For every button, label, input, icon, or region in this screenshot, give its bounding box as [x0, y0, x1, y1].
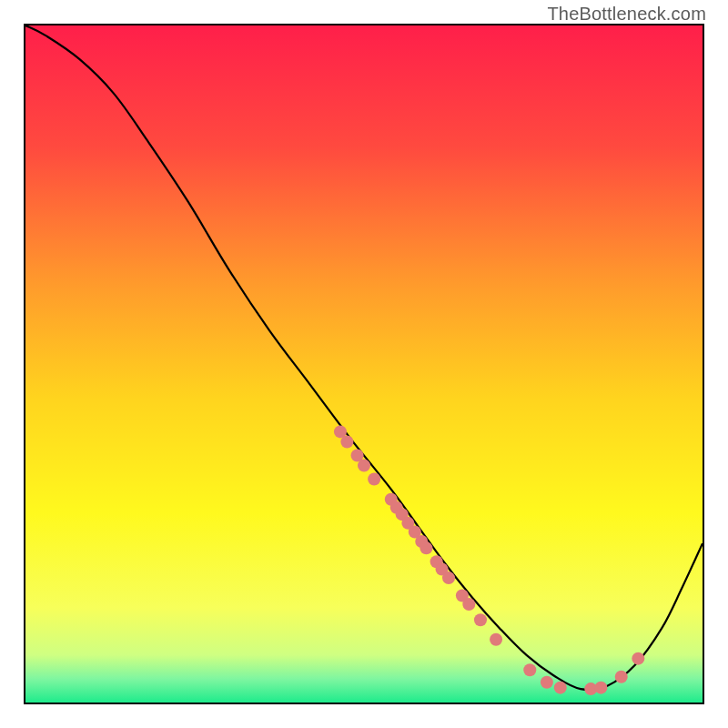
- data-point: [442, 571, 455, 584]
- data-point: [474, 613, 487, 626]
- data-point: [615, 671, 628, 683]
- data-point: [420, 541, 432, 554]
- data-point: [340, 436, 353, 449]
- data-point: [554, 682, 567, 694]
- watermark-text: TheBottleneck.com: [547, 4, 706, 25]
- bottleneck-curve: [25, 25, 703, 690]
- data-point: [358, 460, 370, 472]
- chart-area: [24, 24, 704, 704]
- data-point: [368, 472, 380, 485]
- data-point: [462, 598, 475, 611]
- chart-overlay: [25, 25, 703, 703]
- data-point: [594, 682, 607, 694]
- data-points-group: [334, 425, 644, 695]
- data-point: [523, 663, 536, 676]
- data-point: [490, 633, 502, 646]
- data-point: [541, 676, 553, 689]
- data-point: [632, 652, 644, 665]
